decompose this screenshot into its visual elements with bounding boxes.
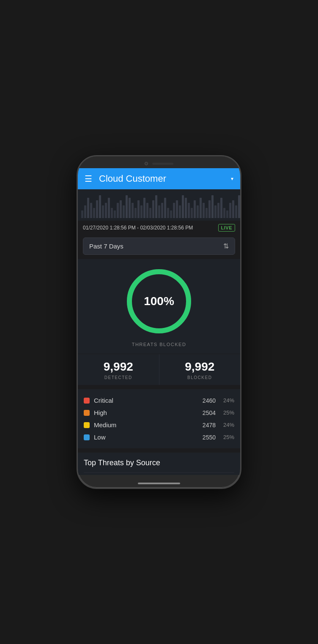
- date-range: 01/27/2020 1:28:56 PM - 02/03/2020 1:28:…: [78, 221, 240, 235]
- app-header: ☰ Cloud Customer ▾: [78, 168, 240, 189]
- date-range-text: 01/27/2020 1:28:56 PM - 02/03/2020 1:28:…: [83, 225, 193, 231]
- detected-number: 9,992: [83, 360, 154, 374]
- timeline-bar: [211, 195, 214, 218]
- gauge-percent: 100%: [144, 295, 174, 308]
- timeline-bar: [188, 203, 190, 218]
- timeline-bar: [129, 198, 131, 218]
- timeline-bar: [176, 200, 178, 218]
- severity-item[interactable]: Critical 2460 24%: [84, 394, 234, 407]
- menu-icon[interactable]: ☰: [85, 174, 92, 184]
- severity-item[interactable]: Medium 2478 24%: [84, 419, 234, 431]
- detected-label: DETECTED: [83, 375, 154, 380]
- timeline-bar: [155, 195, 157, 218]
- time-selector[interactable]: Past 7 Days ⇅: [83, 237, 235, 255]
- dropdown-icon[interactable]: ▾: [231, 176, 233, 182]
- severity-pct: 25%: [220, 434, 234, 440]
- severity-pct: 24%: [220, 397, 234, 404]
- phone-notch: [78, 156, 240, 168]
- timeline-bar: [203, 203, 205, 218]
- time-selector-dropdown-icon: ⇅: [223, 242, 229, 250]
- timeline-bar: [197, 205, 199, 218]
- timeline-bar: [235, 205, 237, 218]
- timeline-bar: [164, 198, 166, 218]
- timeline-bar: [191, 208, 193, 218]
- severity-count: 2478: [199, 422, 216, 428]
- phone-camera: [145, 162, 148, 165]
- timeline-bar: [238, 195, 240, 218]
- severity-name: High: [94, 409, 195, 416]
- timeline-bar: [161, 203, 163, 218]
- timeline-bar: [117, 203, 119, 218]
- stats-row: 9,992 DETECTED 9,992 BLOCKED: [78, 354, 240, 385]
- timeline-bar: [81, 210, 83, 218]
- timeline-bar: [194, 200, 196, 218]
- top-threats-title: Top Threats by Source: [84, 458, 234, 467]
- timeline-bar: [134, 208, 137, 218]
- timeline-bar: [206, 208, 208, 218]
- timeline-bar: [93, 208, 95, 218]
- timeline-bar: [90, 203, 92, 218]
- timeline-bar: [226, 210, 228, 218]
- timeline-bar: [170, 210, 172, 218]
- top-threats-section: Top Threats by Source 🇺🇸 45.42.70.153 Un…: [78, 453, 240, 475]
- severity-name: Low: [94, 434, 195, 441]
- home-bar[interactable]: [138, 483, 180, 484]
- severity-count: 2460: [199, 397, 216, 404]
- timeline-bar: [214, 205, 217, 218]
- threats-list: 🇺🇸 45.42.70.153 United States 1007 attem…: [84, 472, 234, 475]
- severity-name: Critical: [94, 397, 195, 404]
- severity-pct: 24%: [220, 422, 234, 428]
- timeline-bar: [132, 203, 134, 218]
- severity-item[interactable]: Low 2550 25%: [84, 431, 234, 443]
- timeline-bar: [152, 200, 154, 218]
- severity-count: 2504: [199, 409, 216, 416]
- timeline-bar: [158, 205, 160, 218]
- timeline-bar: [173, 203, 175, 218]
- timeline-bar: [232, 200, 234, 218]
- timeline-bar: [143, 198, 145, 218]
- timeline-bar: [200, 198, 202, 218]
- blocked-label: BLOCKED: [164, 375, 236, 380]
- phone-speaker: [152, 163, 173, 165]
- timeline-bar: [167, 208, 169, 218]
- severity-pct: 25%: [220, 409, 234, 416]
- timeline-bar: [140, 205, 143, 218]
- severity-name: Medium: [94, 421, 195, 428]
- timeline-bar: [84, 205, 86, 218]
- timeline-bar: [123, 205, 125, 218]
- timeline-bar: [105, 203, 107, 218]
- timeline-bar: [217, 203, 219, 218]
- stat-detected: 9,992 DETECTED: [78, 354, 159, 385]
- timeline-bar: [137, 200, 140, 218]
- time-selector-label: Past 7 Days: [89, 243, 123, 250]
- timeline-bar: [108, 198, 110, 218]
- timeline-bar: [99, 195, 101, 218]
- timeline-chart[interactable]: [78, 193, 240, 218]
- phone-device: ☰ Cloud Customer ▾ 01/27/2020 1:28:56 PM…: [77, 155, 241, 489]
- severity-count: 2550: [199, 434, 216, 441]
- timeline-bar: [146, 203, 148, 218]
- timeline-bar: [220, 198, 222, 218]
- gauge-text: 100%: [144, 295, 174, 308]
- timeline-bar: [114, 210, 116, 218]
- severity-dot: [84, 434, 90, 440]
- timeline-bar: [126, 195, 128, 218]
- timeline-bar: [185, 198, 187, 218]
- timeline-bar: [223, 208, 225, 218]
- live-badge: LIVE: [218, 224, 235, 232]
- timeline-section: [78, 189, 240, 221]
- header-title: Cloud Customer: [99, 173, 224, 184]
- severity-dot: [84, 398, 90, 404]
- timeline-bar: [149, 208, 151, 218]
- timeline-bar: [208, 200, 211, 218]
- threat-item[interactable]: 🇺🇸 45.42.70.153 United States 1007 attem…: [84, 472, 234, 475]
- timeline-bar: [111, 208, 113, 218]
- timeline-bar: [229, 203, 231, 218]
- timeline-bar: [102, 205, 104, 218]
- severity-section: Critical 2460 24% High 2504 25% Medium 2…: [78, 389, 240, 448]
- timeline-bar: [96, 200, 98, 218]
- phone-screen: ☰ Cloud Customer ▾ 01/27/2020 1:28:56 PM…: [78, 168, 240, 475]
- timeline-bar: [87, 198, 89, 218]
- severity-item[interactable]: High 2504 25%: [84, 407, 234, 419]
- gauge-section: 100% THREATS BLOCKED: [78, 259, 240, 354]
